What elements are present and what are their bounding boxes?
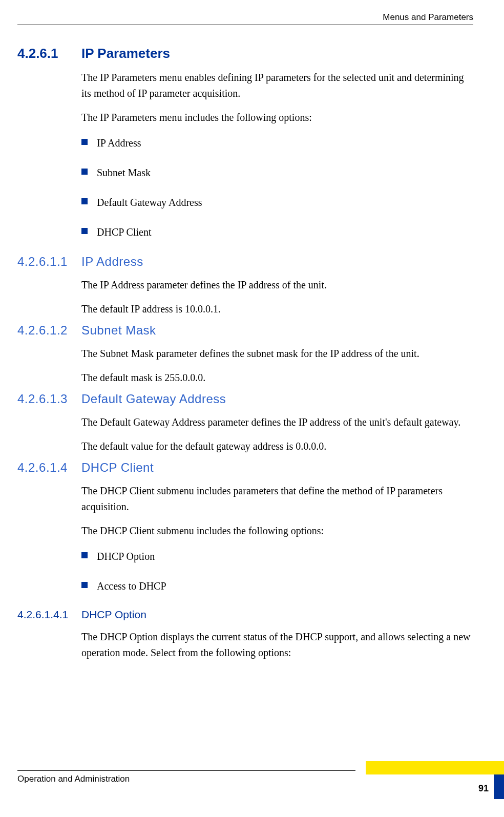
section-title: IP Address: [81, 255, 143, 269]
body-text: The IP Parameters menu enables defining …: [81, 70, 473, 239]
list-item: Default Gateway Address: [81, 195, 473, 210]
section-title: DHCP Option: [81, 609, 146, 621]
section-number: 4.2.6.1.4.1: [17, 609, 81, 621]
heading-ip-address: 4.2.6.1.1 IP Address: [17, 255, 473, 269]
bullet-list: DHCP Option Access to DHCP: [81, 549, 473, 593]
paragraph: The IP Parameters menu enables defining …: [81, 70, 473, 101]
body-text: The DHCP Client submenu includes paramet…: [81, 483, 473, 593]
paragraph: The Default Gateway Address parameter de…: [81, 414, 473, 430]
page-footer: Operation and Administration 91: [17, 770, 473, 802]
paragraph: The DHCP Option displays the current sta…: [81, 629, 473, 661]
paragraph: The IP Address parameter defines the IP …: [81, 277, 473, 293]
section-number: 4.2.6.1.3: [17, 392, 81, 406]
heading-dhcp-option: 4.2.6.1.4.1 DHCP Option: [17, 609, 473, 621]
paragraph: The DHCP Client submenu includes the fol…: [81, 523, 473, 539]
list-item: DHCP Client: [81, 225, 473, 239]
list-item: DHCP Option: [81, 549, 473, 563]
list-item: Subnet Mask: [81, 165, 473, 180]
section-number: 4.2.6.1.1: [17, 255, 81, 269]
section-title: Subnet Mask: [81, 323, 156, 338]
heading-subnet-mask: 4.2.6.1.2 Subnet Mask: [17, 323, 473, 338]
footer-doc-title: Operation and Administration: [17, 774, 355, 784]
body-text: The DHCP Option displays the current sta…: [81, 629, 473, 661]
section-number: 4.2.6.1.4: [17, 460, 81, 475]
list-item: Access to DHCP: [81, 579, 473, 593]
section-number: 4.2.6.1: [17, 46, 81, 61]
footer-accent-bar: [366, 761, 504, 774]
body-text: The Default Gateway Address parameter de…: [81, 414, 473, 454]
heading-ip-parameters: 4.2.6.1 IP Parameters: [17, 46, 473, 61]
section-number: 4.2.6.1.2: [17, 323, 81, 338]
section-title: Default Gateway Address: [81, 392, 226, 406]
paragraph: The default value for the default gatewa…: [81, 438, 473, 454]
heading-default-gateway: 4.2.6.1.3 Default Gateway Address: [17, 392, 473, 406]
section-title: DHCP Client: [81, 460, 154, 475]
footer-rule: [17, 770, 355, 771]
heading-dhcp-client: 4.2.6.1.4 DHCP Client: [17, 460, 473, 475]
paragraph: The Subnet Mask parameter defines the su…: [81, 346, 473, 362]
paragraph: The default mask is 255.0.0.0.: [81, 370, 473, 386]
page-number: 91: [478, 783, 489, 794]
body-text: The Subnet Mask parameter defines the su…: [81, 346, 473, 386]
section-title: IP Parameters: [81, 46, 170, 61]
footer-tab: [494, 774, 504, 799]
list-item: IP Address: [81, 136, 473, 150]
paragraph: The DHCP Client submenu includes paramet…: [81, 483, 473, 515]
body-text: The IP Address parameter defines the IP …: [81, 277, 473, 317]
running-header: Menus and Parameters: [17, 12, 473, 25]
bullet-list: IP Address Subnet Mask Default Gateway A…: [81, 136, 473, 239]
paragraph: The IP Parameters menu includes the foll…: [81, 110, 473, 125]
document-page: Menus and Parameters 4.2.6.1 IP Paramete…: [0, 0, 504, 817]
paragraph: The default IP address is 10.0.0.1.: [81, 301, 473, 317]
